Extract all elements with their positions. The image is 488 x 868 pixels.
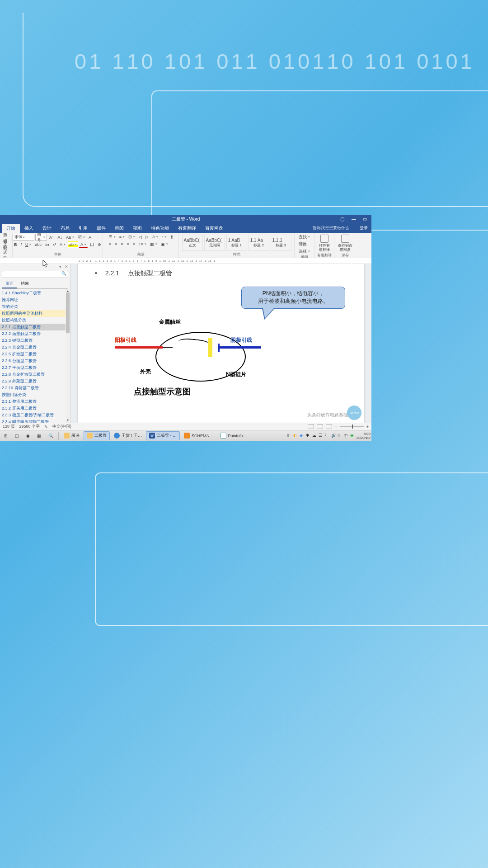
taskbar-search[interactable]: 🔍 — [45, 431, 56, 440]
scroll-down-icon[interactable]: ▼ — [66, 418, 70, 423]
tab-view[interactable]: 视图 — [128, 224, 146, 233]
nav-item[interactable]: 2.2.7 平面型二极管 — [0, 364, 70, 371]
login-link[interactable]: 登录 — [360, 225, 368, 231]
shading-button[interactable]: ▦ — [149, 241, 159, 247]
nav-item[interactable]: 按照构造分类 — [0, 317, 70, 324]
nav-item[interactable]: 2.2.8 合金扩散型二极管 — [0, 371, 70, 378]
distribute-button[interactable]: ≡ — [131, 241, 136, 247]
select-button[interactable]: 选择 — [297, 248, 311, 255]
enclosed-char-button[interactable]: ⊕ — [96, 241, 103, 248]
taskbar-quick2[interactable]: ◫ — [12, 431, 22, 440]
numbering-button[interactable]: ≡ — [118, 234, 126, 240]
tray-network-icon[interactable]: ▯ — [338, 433, 343, 438]
taskbar-app[interactable]: 录课 — [61, 431, 83, 440]
tray-icon[interactable]: ☰ — [319, 433, 324, 438]
taskbar-app[interactable]: Pointofix — [217, 431, 247, 440]
underline-button[interactable]: U — [24, 241, 33, 248]
tray-wifi-icon[interactable]: ⌇ — [325, 433, 330, 438]
taskbar-clock[interactable]: 9:00 2020/10/ — [357, 432, 371, 440]
tray-icon[interactable]: ▯ — [287, 433, 292, 438]
replace-button[interactable]: 替换 — [297, 241, 311, 247]
tray-icon[interactable]: ◆ — [300, 433, 305, 438]
view-web-button[interactable] — [326, 424, 332, 429]
taskbar-quick1[interactable]: ⊞ — [1, 431, 11, 440]
nav-item[interactable]: 2.3.2 开关用二极管 — [0, 405, 70, 412]
taskbar-app[interactable]: W二极管 - … — [146, 431, 180, 440]
style-option-4[interactable]: 1.1.1标题 3 — [271, 235, 291, 251]
tray-icon[interactable]: ☁ — [312, 433, 317, 438]
nav-item[interactable]: 2.2.4 合金型二极管 — [0, 344, 70, 351]
change-case-button[interactable]: Aa — [65, 234, 75, 241]
tell-me-input[interactable]: 告诉我您想要做什么… — [313, 225, 353, 231]
view-print-button[interactable] — [317, 424, 323, 429]
minimize-icon[interactable]: — — [352, 217, 357, 222]
nav-item[interactable]: 管的分类 — [0, 303, 70, 310]
scroll-thumb[interactable] — [66, 292, 70, 333]
bullets-button[interactable]: ≣ — [108, 234, 117, 240]
phonetic-button[interactable]: 㕫 — [76, 234, 86, 241]
taskbar-app[interactable]: 干货！干… — [111, 431, 145, 440]
status-lang[interactable]: 中文(中国) — [52, 424, 71, 429]
view-read-button[interactable] — [308, 424, 314, 429]
status-words[interactable]: 29588 个字 — [19, 424, 40, 429]
nav-item[interactable]: 1.4.1 Shochley二极管 — [0, 290, 70, 297]
taskbar-quick4[interactable]: ▦ — [34, 431, 44, 440]
superscript-button[interactable]: x² — [52, 241, 58, 248]
style-option-0[interactable]: AaBbC(正文 — [182, 235, 203, 251]
tab-insert[interactable]: 插入 — [20, 224, 38, 233]
multilevel-button[interactable]: ⊟ — [127, 234, 136, 240]
nav-item[interactable]: 按照用途分类 — [0, 392, 70, 398]
tab-addin-special[interactable]: 特色功能 — [146, 224, 174, 233]
text-effect-button[interactable]: A — [58, 241, 67, 248]
maximize-icon[interactable]: ▭ — [363, 217, 369, 222]
taskbar-app[interactable]: 二极管 — [84, 431, 110, 440]
char-border-button[interactable]: 囗 — [89, 241, 95, 248]
highlight-button[interactable]: ab — [68, 241, 78, 248]
align-center-button[interactable]: ≡ — [113, 241, 118, 247]
grow-font-button[interactable]: A↑ — [48, 234, 56, 241]
tab-design[interactable]: 设计 — [38, 224, 56, 233]
nav-options-icon[interactable]: ▾ — [58, 265, 62, 269]
nav-item[interactable]: 2.2.10 肖特基二极管 — [0, 385, 70, 392]
ruler[interactable]: 2 · 1 · 2 · 1 · · 1 · 1 · 2 · 1 · 3 · 1 … — [0, 258, 371, 264]
tab-references[interactable]: 引用 — [74, 224, 92, 233]
tab-review[interactable]: 审阅 — [110, 224, 128, 233]
nav-item[interactable]: 2.3.3 稳压二极管/齐纳二极管 — [0, 412, 70, 419]
align-right-button[interactable]: ≡ — [119, 241, 124, 247]
line-spacing-button[interactable]: ↕≡ — [137, 241, 148, 247]
subscript-button[interactable]: x₂ — [44, 241, 51, 248]
taskbar-quick3[interactable]: ◉ — [23, 431, 33, 440]
nav-item[interactable]: 2.2.1 点接触型二极管 — [0, 324, 70, 330]
status-page[interactable]: 128 页 — [3, 424, 15, 429]
status-proof-icon[interactable]: ✎ — [44, 425, 48, 429]
find-button[interactable]: 查找 — [297, 234, 311, 240]
nav-item[interactable]: 2.2.2 面接触型二极管 — [0, 330, 70, 337]
tray-wechat-icon[interactable]: ◉ — [350, 433, 355, 438]
document-area[interactable]: • 2.2.1 点接触型二极管 PN结面积小，结电容小， 用于检波和高频小电流电… — [70, 264, 371, 423]
tray-icon[interactable]: ◐ — [293, 433, 298, 438]
nav-item[interactable]: 2.2.6 台面型二极管 — [0, 358, 70, 364]
nav-close-icon[interactable]: ✕ — [64, 265, 68, 269]
nav-item[interactable]: 2.3.1 整流用二极管 — [0, 398, 70, 405]
nav-item[interactable]: 2.3.4 瞬变电压抑制二极管 — [0, 419, 70, 423]
tab-layout[interactable]: 布局 — [56, 224, 74, 233]
align-left-button[interactable]: ≡ — [108, 241, 113, 247]
youdao-translate-button[interactable]: 打开有道翻译 — [316, 234, 332, 253]
zoom-out-button[interactable]: − — [335, 425, 337, 429]
nav-tab-headings[interactable]: 页面 — [2, 280, 17, 288]
style-option-2[interactable]: 1 AaB标题 1 — [226, 235, 247, 251]
nav-scrollbar[interactable]: ▲ ▼ — [66, 289, 70, 423]
style-option-1[interactable]: AaBbC(无间隔 — [204, 235, 225, 251]
clear-format-button[interactable]: A — [87, 234, 93, 241]
font-size-select[interactable]: 四号 — [35, 234, 47, 241]
styles-gallery[interactable]: AaBbC(正文AaBbC(无间隔1 AaB标题 11.1 Aa标题 21.1.… — [182, 234, 291, 252]
ribbon-display-icon[interactable]: ▢ — [340, 217, 346, 222]
zoom-in-button[interactable]: + — [366, 425, 369, 429]
tab-home[interactable]: 开始 — [2, 224, 20, 233]
justify-button[interactable]: ≡ — [125, 241, 130, 247]
show-marks-button[interactable]: ¶ — [169, 234, 174, 240]
decrease-indent-button[interactable]: ◁ — [137, 234, 143, 240]
baidu-save-button[interactable]: 保存到百度网盘 — [336, 234, 354, 253]
tab-mail[interactable]: 邮件 — [92, 224, 110, 233]
tray-icon[interactable]: ✱ — [306, 433, 311, 438]
